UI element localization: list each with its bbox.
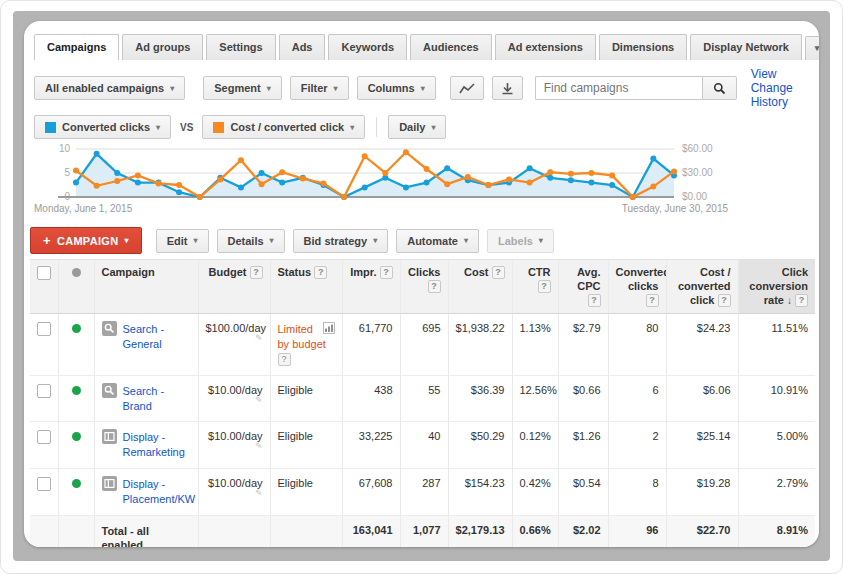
help-icon[interactable]: ? [795, 294, 808, 307]
help-icon[interactable]: ? [588, 294, 601, 307]
data-point[interactable] [217, 176, 223, 182]
data-point[interactable] [238, 184, 244, 190]
data-point[interactable] [362, 184, 368, 190]
data-point[interactable] [94, 151, 100, 157]
help-icon[interactable]: ? [646, 294, 659, 307]
view-change-history-link[interactable]: View Change History [751, 67, 809, 109]
data-point[interactable] [506, 176, 512, 182]
column-header-avg_cpc[interactable]: Avg. CPC ? [558, 260, 608, 314]
tab-ads[interactable]: Ads [279, 34, 326, 60]
column-header-impr[interactable]: Impr. ? [342, 260, 400, 314]
campaign-link[interactable]: Display - Remarketing [123, 430, 191, 460]
column-header-cost_per_converted_click[interactable]: Cost / converted click ? [666, 260, 738, 314]
help-icon[interactable]: ? [428, 280, 441, 293]
data-point[interactable] [114, 170, 120, 176]
chart-toggle-button[interactable] [450, 76, 484, 100]
data-point[interactable] [630, 194, 636, 200]
find-campaigns-input[interactable] [535, 76, 702, 100]
tab-ad-groups[interactable]: Ad groups [122, 34, 203, 60]
details-dropdown[interactable]: Details▾ [217, 229, 285, 253]
data-point[interactable] [320, 180, 326, 186]
data-point[interactable] [671, 168, 677, 174]
data-point[interactable] [259, 170, 265, 176]
row-checkbox[interactable] [37, 322, 51, 336]
campaign-link[interactable]: Search - General [123, 322, 191, 352]
data-point[interactable] [444, 181, 450, 187]
data-point[interactable] [135, 180, 141, 186]
bid-strategy-dropdown[interactable]: Bid strategy▾ [293, 229, 389, 253]
column-header-click_conversion_rate[interactable]: Click conversion rate↓ ? [738, 260, 815, 314]
column-header-converted_clicks[interactable]: Converted clicks ? [608, 260, 666, 314]
edit-budget-icon[interactable]: ✎ [206, 489, 263, 497]
interval-dropdown[interactable]: Daily ▾ [388, 115, 446, 139]
data-point[interactable] [259, 181, 265, 187]
column-header-name[interactable]: Campaign [94, 260, 198, 314]
tab-settings[interactable]: Settings [206, 34, 275, 60]
data-point[interactable] [527, 165, 533, 171]
edit-budget-icon[interactable]: ✎ [206, 334, 263, 342]
data-point[interactable] [403, 149, 409, 155]
campaign-link[interactable]: Search - Brand [123, 384, 191, 414]
data-point[interactable] [341, 194, 347, 200]
labels-dropdown[interactable]: Labels ▾ [487, 229, 554, 253]
automate-dropdown[interactable]: Automate▾ [396, 229, 479, 253]
row-checkbox[interactable] [37, 477, 51, 491]
data-point[interactable] [444, 165, 450, 171]
data-point[interactable] [135, 172, 141, 178]
data-point[interactable] [382, 170, 388, 176]
metric2-dropdown[interactable]: Cost / converted click ▾ [202, 115, 365, 139]
data-point[interactable] [527, 180, 533, 186]
help-icon[interactable]: ? [314, 266, 327, 279]
campaign-link[interactable]: Display - Placement/KW [123, 477, 196, 507]
data-point[interactable] [485, 182, 491, 188]
data-point[interactable] [547, 175, 553, 181]
data-point[interactable] [94, 183, 100, 189]
column-header-ctr[interactable]: CTR ? [512, 260, 558, 314]
data-point[interactable] [176, 182, 182, 188]
data-point[interactable] [155, 180, 161, 186]
column-header-clicks[interactable]: Clicks ? [400, 260, 448, 314]
data-point[interactable] [609, 172, 615, 178]
data-point[interactable] [279, 169, 285, 175]
data-point[interactable] [568, 177, 574, 183]
tab-keywords[interactable]: Keywords [328, 34, 407, 60]
status-history-icon[interactable] [323, 322, 335, 334]
help-icon[interactable]: ? [278, 353, 291, 366]
data-point[interactable] [73, 168, 79, 174]
data-point[interactable] [114, 178, 120, 184]
tab-ad-extensions[interactable]: Ad extensions [495, 34, 596, 60]
columns-dropdown[interactable]: Columns ▾ [357, 76, 436, 100]
help-icon[interactable]: ? [380, 266, 393, 279]
data-point[interactable] [73, 180, 79, 186]
new-campaign-button[interactable]: + CAMPAIGN ▾ [30, 227, 142, 254]
help-icon[interactable]: ? [492, 266, 505, 279]
data-point[interactable] [424, 180, 430, 186]
data-point[interactable] [568, 171, 574, 177]
column-header-status[interactable]: Status ? [270, 260, 342, 314]
edit-dropdown[interactable]: Edit▾ [156, 229, 209, 253]
data-point[interactable] [547, 169, 553, 175]
edit-budget-icon[interactable]: ✎ [206, 396, 263, 404]
filter-dropdown[interactable]: Filter ▾ [290, 76, 349, 100]
data-point[interactable] [589, 170, 595, 176]
tab-campaigns[interactable]: Campaigns [34, 34, 119, 60]
download-button[interactable] [492, 76, 523, 100]
data-point[interactable] [300, 176, 306, 182]
edit-budget-icon[interactable]: ✎ [206, 442, 263, 450]
tabs-overflow-button[interactable]: ▾ [805, 36, 819, 60]
data-point[interactable] [238, 157, 244, 163]
data-point[interactable] [424, 166, 430, 172]
data-point[interactable] [465, 174, 471, 180]
data-point[interactable] [650, 156, 656, 162]
column-header-budget[interactable]: Budget ? [198, 260, 270, 314]
data-point[interactable] [403, 184, 409, 190]
data-point[interactable] [362, 153, 368, 159]
campaign-view-dropdown[interactable]: All enabled campaigns ▾ [34, 76, 185, 100]
data-point[interactable] [197, 194, 203, 200]
data-point[interactable] [650, 184, 656, 190]
tab-dimensions[interactable]: Dimensions [599, 34, 687, 60]
row-checkbox[interactable] [37, 430, 51, 444]
select-all-checkbox[interactable] [37, 266, 51, 280]
column-header-cost[interactable]: Cost ? [448, 260, 512, 314]
search-button[interactable] [702, 76, 737, 100]
